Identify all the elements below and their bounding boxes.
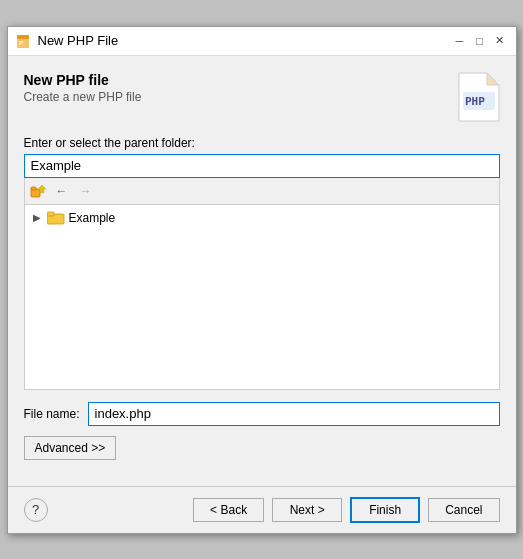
tree-container[interactable]: ▶ Example: [24, 205, 500, 390]
dialog-title: New PHP file: [24, 72, 142, 88]
folder-up-button[interactable]: [27, 182, 49, 200]
maximize-button[interactable]: □: [472, 33, 488, 49]
filename-section: File name:: [24, 402, 500, 426]
cancel-button[interactable]: Cancel: [428, 498, 499, 522]
svg-rect-1: [17, 35, 29, 39]
svg-marker-4: [487, 73, 499, 85]
close-button[interactable]: ✕: [492, 33, 508, 49]
tree-expand-icon[interactable]: ▶: [31, 212, 43, 224]
folder-section: Enter or select the parent folder: ← → ▶: [24, 136, 500, 390]
svg-rect-8: [31, 187, 36, 190]
back-nav-button[interactable]: < Back: [193, 498, 264, 522]
tree-toolbar: ← →: [24, 178, 500, 205]
window-title: New PHP File: [38, 33, 446, 48]
main-content: New PHP file Create a new PHP file PHP E…: [8, 56, 516, 470]
svg-text:P: P: [19, 40, 23, 46]
folder-input[interactable]: [24, 154, 500, 178]
filename-input[interactable]: [88, 402, 500, 426]
tree-item[interactable]: ▶ Example: [29, 209, 495, 227]
forward-button[interactable]: →: [75, 182, 97, 200]
svg-text:PHP: PHP: [465, 95, 485, 108]
help-button[interactable]: ?: [24, 498, 48, 522]
back-button[interactable]: ←: [51, 182, 73, 200]
svg-rect-11: [47, 212, 54, 216]
folder-label: Enter or select the parent folder:: [24, 136, 500, 150]
filename-label: File name:: [24, 407, 80, 421]
tree-item-label: Example: [69, 211, 116, 225]
window-controls: ─ □ ✕: [452, 33, 508, 49]
dialog-subtitle: Create a new PHP file: [24, 90, 142, 104]
header-left: New PHP file Create a new PHP file: [24, 72, 142, 104]
advanced-button[interactable]: Advanced >>: [24, 436, 117, 460]
next-button[interactable]: Next >: [272, 498, 342, 522]
minimize-button[interactable]: ─: [452, 33, 468, 49]
header-section: New PHP file Create a new PHP file PHP: [24, 72, 500, 122]
bottom-bar: ? < Back Next > Finish Cancel: [8, 486, 516, 533]
php-file-icon: PHP: [458, 72, 500, 122]
finish-button[interactable]: Finish: [350, 497, 420, 523]
window-icon: P: [16, 33, 32, 49]
folder-icon: [47, 211, 65, 225]
dialog-window: P New PHP File ─ □ ✕ New PHP file Create…: [7, 26, 517, 534]
title-bar: P New PHP File ─ □ ✕: [8, 27, 516, 56]
